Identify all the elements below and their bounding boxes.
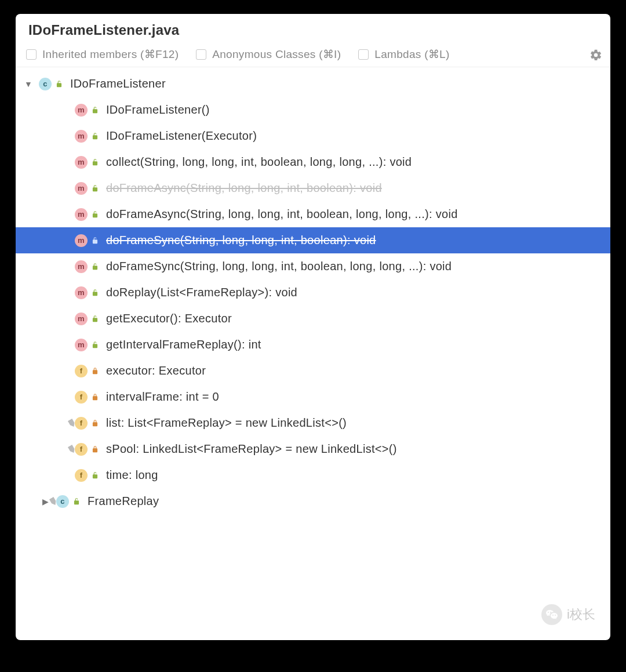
checkbox-icon [358, 49, 369, 60]
structure-tree: ▼cIDoFrameListenermIDoFrameListener()mID… [16, 67, 610, 526]
title-bar: IDoFrameListener.java [16, 14, 610, 44]
method-icon: m [75, 208, 88, 221]
tree-row[interactable]: mIDoFrameListener(Executor) [16, 123, 610, 149]
tree-row[interactable]: ▶cFrameReplay [16, 488, 610, 514]
tree-item-label: sPool: LinkedList<FrameReplay> = new Lin… [106, 442, 397, 456]
tree-row[interactable]: mdoFrameAsync(String, long, long, int, b… [16, 201, 610, 227]
settings-button[interactable] [589, 48, 602, 61]
tree-item-label: IDoFrameListener [70, 77, 166, 90]
unlock-icon [72, 497, 82, 506]
unlock-icon [91, 314, 100, 324]
unlock-icon [91, 158, 100, 167]
lambdas-toggle[interactable]: Lambdas (⌘L) [358, 48, 449, 61]
field-icon: f [75, 391, 88, 404]
anonymous-classes-label: Anonymous Classes (⌘I) [212, 48, 341, 61]
method-icon: m [75, 234, 88, 247]
inherited-members-toggle[interactable]: Inherited members (⌘F12) [26, 48, 179, 61]
lock-icon [91, 445, 100, 454]
tree-item-label: doFrameAsync(String, long, long, int, bo… [106, 208, 458, 221]
field-icon: f [75, 365, 88, 377]
method-icon: m [75, 313, 88, 325]
class-icon: c [56, 495, 69, 508]
unlock-icon [91, 288, 100, 297]
tree-row[interactable]: mdoFrameAsync(String, long, long, int, b… [16, 175, 610, 201]
inherited-members-label: Inherited members (⌘F12) [42, 48, 179, 61]
tree-item-label: IDoFrameListener() [106, 103, 210, 117]
method-icon: m [75, 156, 88, 169]
lambdas-label: Lambdas (⌘L) [374, 48, 449, 61]
tree-item-label: doReplay(List<FrameReplay>): void [106, 286, 297, 299]
method-icon: m [75, 104, 88, 117]
tree-row[interactable]: mdoFrameSync(String, long, long, int, bo… [16, 227, 610, 253]
tree-item-label: collect(String, long, long, int, boolean… [106, 155, 412, 169]
tree-row[interactable]: mdoFrameSync(String, long, long, int, bo… [16, 253, 610, 279]
tree-row[interactable]: mgetIntervalFrameReplay(): int [16, 332, 610, 358]
unlock-icon [91, 184, 100, 193]
field-icon: f [75, 443, 88, 456]
field-icon: f [75, 469, 88, 482]
tree-item-label: list: List<FrameReplay> = new LinkedList… [106, 416, 347, 430]
method-icon: m [75, 260, 88, 273]
tree-row[interactable]: ▼cIDoFrameListener [16, 71, 610, 97]
tree-item-label: getIntervalFrameReplay(): int [106, 338, 261, 351]
unlock-icon [91, 471, 100, 480]
tree-row[interactable]: mIDoFrameListener() [16, 97, 610, 123]
method-icon: m [75, 182, 88, 195]
tree-row[interactable]: ftime: long [16, 462, 610, 488]
method-icon: m [75, 286, 88, 299]
checkbox-icon [196, 49, 206, 60]
unlock-icon [91, 210, 100, 219]
tree-item-label: getExecutor(): Executor [106, 312, 232, 325]
lock-icon [91, 366, 100, 376]
lock-icon [91, 393, 100, 402]
class-icon: c [39, 78, 52, 90]
wechat-icon [541, 604, 562, 625]
unlock-icon [91, 106, 100, 115]
method-icon: m [75, 339, 88, 351]
watermark: i校长 [541, 604, 595, 625]
toolbar: Inherited members (⌘F12) Anonymous Class… [16, 44, 610, 67]
method-icon: m [75, 130, 88, 143]
tree-item-label: intervalFrame: int = 0 [106, 390, 219, 404]
tree-row[interactable]: fsPool: LinkedList<FrameReplay> = new Li… [16, 436, 610, 462]
field-icon: f [75, 417, 88, 430]
tree-row[interactable]: fexecutor: Executor [16, 358, 610, 384]
checkbox-icon [26, 49, 37, 60]
expand-icon[interactable]: ▶ [40, 497, 52, 506]
tree-row[interactable]: mgetExecutor(): Executor [16, 306, 610, 332]
file-title: IDoFrameListener.java [28, 22, 598, 38]
tree-row[interactable]: flist: List<FrameReplay> = new LinkedLis… [16, 410, 610, 436]
unlock-icon [91, 132, 100, 141]
file-structure-panel: IDoFrameListener.java Inherited members … [16, 14, 610, 640]
tree-row[interactable]: mdoReplay(List<FrameReplay>): void [16, 279, 610, 306]
unlock-icon [91, 262, 100, 271]
tree-row[interactable]: fintervalFrame: int = 0 [16, 384, 610, 410]
unlock-icon [91, 236, 100, 245]
tree-row[interactable]: mcollect(String, long, long, int, boolea… [16, 149, 610, 175]
collapse-icon[interactable]: ▼ [23, 79, 34, 89]
watermark-text: i校长 [567, 606, 595, 623]
tree-item-label: doFrameSync(String, long, long, int, boo… [106, 260, 452, 273]
tree-item-label: IDoFrameListener(Executor) [106, 129, 257, 143]
tree-item-label: doFrameSync(String, long, long, int, boo… [106, 234, 376, 247]
unlock-icon [91, 340, 100, 350]
tree-item-label: doFrameAsync(String, long, long, int, bo… [106, 181, 382, 195]
tree-item-label: executor: Executor [106, 364, 206, 377]
lock-icon [91, 419, 100, 428]
unlock-icon [55, 79, 64, 89]
tree-item-label: time: long [106, 468, 158, 482]
anonymous-classes-toggle[interactable]: Anonymous Classes (⌘I) [196, 48, 341, 61]
gear-icon [589, 48, 602, 61]
tree-item-label: FrameReplay [88, 495, 159, 508]
